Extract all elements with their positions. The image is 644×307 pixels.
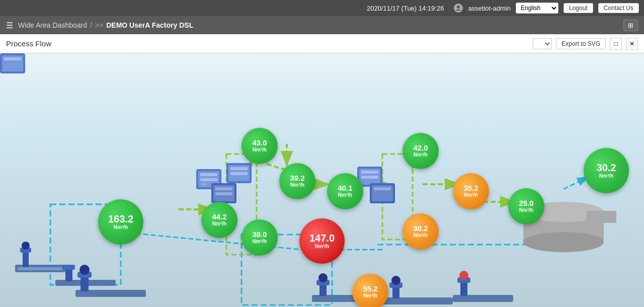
svg-rect-47 [0, 53, 25, 73]
svg-rect-41 [215, 187, 232, 190]
factory-diagram [0, 53, 644, 307]
svg-point-66 [318, 273, 328, 282]
svg-rect-68 [392, 285, 399, 298]
bubble-value: 40.1 [338, 184, 352, 193]
bubble-unit: Nm³/h [414, 233, 428, 239]
svg-rect-28 [65, 267, 72, 281]
metric-bubble-b12[interactable]: 30.2 Nm³/h [584, 148, 629, 193]
svg-rect-38 [230, 172, 248, 175]
svg-rect-65 [316, 280, 330, 285]
svg-rect-35 [226, 163, 252, 183]
metric-bubble-b11[interactable]: 25.0 Nm³/h [508, 188, 544, 224]
metric-bubble-b4[interactable]: 39.2 Nm³/h [279, 163, 315, 199]
svg-line-21 [564, 179, 584, 189]
metric-bubble-b6[interactable]: 40.1 Nm³/h [327, 173, 363, 209]
svg-rect-40 [213, 185, 234, 201]
bubble-unit: Nm³/h [464, 192, 478, 198]
svg-rect-48 [2, 55, 23, 71]
svg-rect-64 [319, 282, 327, 296]
svg-rect-50 [370, 183, 395, 203]
svg-rect-39 [211, 183, 236, 203]
logout-button[interactable]: Logout [564, 3, 593, 13]
svg-rect-25 [20, 248, 31, 253]
svg-rect-24 [23, 250, 29, 267]
username: assetiot-admin [468, 5, 511, 12]
svg-rect-36 [228, 165, 250, 181]
user-icon [454, 4, 463, 13]
language-select[interactable]: English Japanese [516, 3, 558, 14]
svg-rect-61 [77, 272, 92, 278]
toolbar-title: Process Flow [6, 39, 529, 48]
metric-bubble-b3[interactable]: 44.2 Nm³/h [201, 202, 237, 238]
metric-bubble-b1[interactable]: 163.2 Nm³/h [98, 199, 143, 245]
svg-rect-51 [372, 185, 393, 201]
svg-point-26 [22, 242, 30, 250]
contact-button[interactable]: Contact Us [598, 3, 639, 13]
svg-line-7 [528, 229, 553, 240]
bubble-value: 147.0 [309, 233, 335, 244]
svg-rect-73 [457, 277, 470, 283]
nav-breadcrumb: >> [95, 21, 103, 29]
svg-rect-52 [374, 187, 391, 190]
svg-rect-58 [586, 211, 616, 223]
svg-rect-72 [460, 280, 467, 296]
bubble-value: 30.2 [413, 224, 428, 233]
bubble-value: 39.2 [290, 174, 304, 183]
export-svg-button[interactable]: Export to SVG [556, 38, 606, 49]
metric-bubble-b8[interactable]: 42.0 Nm³/h [403, 133, 439, 169]
nav-bar: ☰ Wide Area Dashboard / >> DEMO UserA Fa… [0, 16, 644, 34]
bubble-value: 43.0 [252, 139, 267, 147]
bubble-unit: Nm³/h [253, 147, 267, 153]
bubble-unit: Nm³/h [599, 173, 613, 179]
svg-rect-59 [75, 290, 146, 297]
svg-point-62 [79, 265, 90, 275]
svg-rect-31 [198, 171, 219, 187]
svg-rect-49 [4, 57, 21, 60]
bubble-value: 25.0 [519, 199, 533, 208]
svg-rect-45 [361, 171, 378, 174]
svg-point-57 [586, 211, 616, 223]
svg-rect-60 [80, 275, 89, 291]
metric-bubble-b9[interactable]: 35.2 Nm³/h [453, 173, 489, 209]
bubble-value: 38.0 [252, 231, 267, 239]
nav-separator: / [90, 21, 92, 29]
metric-bubble-b2[interactable]: 43.0 Nm³/h [242, 128, 278, 164]
svg-rect-27 [55, 280, 116, 286]
svg-rect-46 [361, 176, 378, 179]
bubble-unit: Nm³/h [114, 224, 128, 231]
svg-rect-22 [15, 265, 65, 272]
svg-rect-42 [215, 192, 232, 195]
svg-point-0 [457, 6, 460, 9]
svg-rect-30 [196, 169, 221, 189]
bubble-value: 30.2 [597, 162, 616, 173]
metric-bubble-b10[interactable]: 30.2 Nm³/h [403, 213, 439, 250]
bubble-value: 55.2 [363, 285, 377, 293]
metric-bubble-b13[interactable]: 55.2 Nm³/h [352, 274, 388, 307]
svg-point-70 [391, 276, 400, 285]
svg-rect-32 [200, 173, 217, 176]
metric-bubble-b7[interactable]: 147.0 Nm³/h [299, 218, 345, 264]
bubble-unit: Nm³/h [315, 244, 329, 250]
menu-icon[interactable]: ☰ [6, 21, 13, 30]
svg-rect-44 [359, 169, 380, 185]
layout-button[interactable]: ⊞ [623, 20, 638, 31]
svg-rect-37 [230, 167, 248, 170]
datetime: 2020/11/17 (Tue) 14:19:26 [367, 5, 444, 12]
svg-rect-69 [389, 282, 403, 288]
bubble-unit: Nm³/h [338, 192, 352, 198]
bubble-value: 163.2 [108, 213, 133, 224]
bubble-value: 42.0 [413, 144, 428, 152]
bubble-unit: Nm³/h [253, 239, 267, 245]
bubble-value: 44.2 [212, 213, 226, 221]
close-button[interactable]: ✕ [626, 38, 638, 50]
svg-rect-34 [201, 183, 206, 186]
bubble-unit: Nm³/h [414, 152, 428, 158]
bubble-value: 35.2 [463, 184, 478, 193]
metric-bubble-b5[interactable]: 38.0 Nm³/h [242, 219, 278, 256]
maximize-button[interactable]: □ [610, 38, 622, 50]
svg-rect-67 [382, 297, 453, 304]
nav-title[interactable]: Wide Area Dashboard [18, 21, 87, 29]
bubble-unit: Nm³/h [519, 207, 533, 213]
process-flow-dropdown[interactable] [533, 38, 552, 49]
svg-point-55 [523, 232, 604, 252]
